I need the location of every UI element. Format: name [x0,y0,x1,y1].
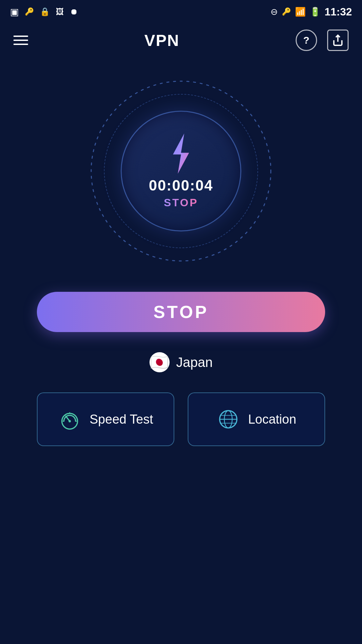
app-title: VPN [144,31,180,50]
status-bar: ▣ 🔑 🔒 🖼 ⏺ ⊖ 🔑 📶 🔋 11:32 [0,0,362,23]
app-header: VPN ? [0,23,362,57]
share-button[interactable] [327,30,349,51]
status-right-icons: ⊖ 🔑 📶 🔋 11:32 [270,6,352,18]
location-name: Japan [176,355,213,370]
menu-line-3 [13,44,28,45]
lock-icon: 🔒 [40,7,50,16]
location-indicator: 🇯🇵 Japan [149,352,213,372]
speed-test-button[interactable]: Speed Test [37,392,174,446]
vpn-circle-container: 00:00:04 STOP [87,77,275,265]
help-button[interactable]: ? [296,30,317,51]
hamburger-menu-button[interactable] [13,36,28,45]
speed-test-label: Speed Test [89,412,153,427]
main-content: 00:00:04 STOP STOP 🇯🇵 Japan [0,57,362,446]
sim-icon: ▣ [10,6,19,17]
globe-icon [217,408,240,431]
vpn-power-button[interactable]: 00:00:04 STOP [121,111,241,231]
location-label: Location [248,412,296,427]
location-button[interactable]: Location [188,392,325,446]
bottom-buttons: Speed Test Location [37,392,325,446]
menu-line-2 [13,40,28,41]
signal-icon: 📶 [295,7,306,17]
question-icon: ? [303,35,309,46]
share-icon [332,34,344,46]
vpn-stop-label: STOP [164,197,198,209]
speedometer-icon [58,408,81,431]
status-time: 11:32 [324,6,352,18]
svg-point-5 [69,420,71,422]
battery-icon: 🔋 [310,7,320,17]
menu-line-1 [13,36,28,37]
vpn-key-icon: 🔑 [282,7,291,16]
svg-marker-2 [173,133,189,174]
header-actions: ? [296,30,349,51]
vpn-timer: 00:00:04 [149,177,213,194]
record-icon: ⏺ [70,7,78,16]
lightning-icon [164,133,198,174]
stop-button[interactable]: STOP [37,292,325,332]
japan-flag: 🇯🇵 [149,352,170,372]
key-icon: 🔑 [25,7,34,16]
status-left-icons: ▣ 🔑 🔒 🖼 ⏺ [10,6,78,17]
image-icon: 🖼 [56,7,64,16]
minus-icon: ⊖ [270,7,278,17]
